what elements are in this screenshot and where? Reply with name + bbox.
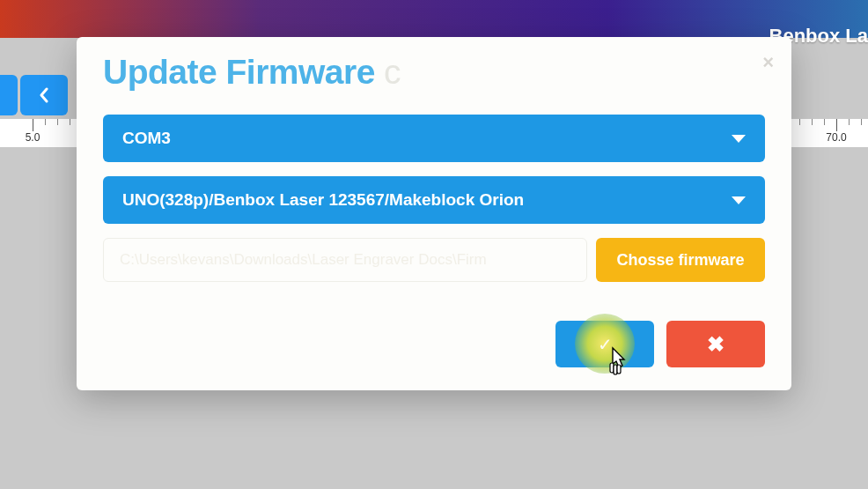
firmware-path-input[interactable]: C:\Users\kevans\Downloads\Laser Engraver… xyxy=(103,238,587,282)
firmware-file-row: C:\Users\kevans\Downloads\Laser Engraver… xyxy=(103,238,765,282)
cancel-button[interactable]: ✖ xyxy=(666,321,765,367)
close-icon: × xyxy=(762,51,774,73)
board-type-select[interactable]: UNO(328p)/Benbox Laser 123567/Makeblock … xyxy=(103,176,765,224)
modal-overlay: × Update Firmwarec COM3 UNO(328p)/Benbox… xyxy=(0,0,868,489)
com-port-select[interactable]: COM3 xyxy=(103,115,765,162)
close-icon: ✖ xyxy=(707,332,725,357)
close-button[interactable]: × xyxy=(762,53,774,72)
com-port-value: COM3 xyxy=(122,129,171,148)
chevron-down-icon xyxy=(732,135,746,143)
board-type-value: UNO(328p)/Benbox Laser 123567/Makeblock … xyxy=(122,190,524,210)
text-cursor-icon: c xyxy=(384,53,401,91)
update-firmware-dialog: × Update Firmwarec COM3 UNO(328p)/Benbox… xyxy=(77,37,791,390)
dialog-title: Update Firmwarec xyxy=(103,53,765,92)
check-icon: ✓ xyxy=(598,334,613,355)
confirm-button[interactable]: ✓ xyxy=(555,321,654,367)
dialog-action-row: ✓ ✖ xyxy=(103,321,765,367)
choose-firmware-button[interactable]: Chosse firmware xyxy=(596,238,765,282)
chevron-down-icon xyxy=(732,196,746,204)
